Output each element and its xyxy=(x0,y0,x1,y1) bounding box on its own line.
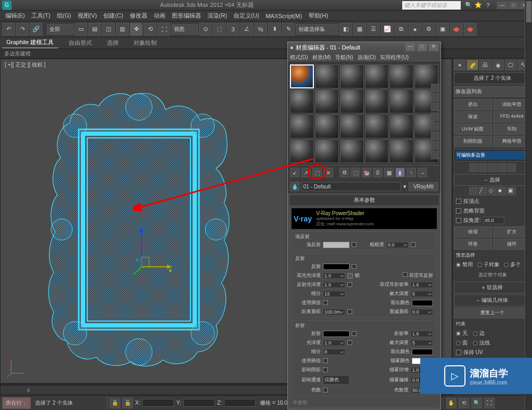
link-button[interactable]: 🔗 xyxy=(30,23,43,36)
mat-nav-parent-button[interactable]: ↑ xyxy=(406,168,416,177)
nav-pan-button[interactable]: ✋ xyxy=(446,398,456,408)
mat-pick-button[interactable]: 💧 xyxy=(290,182,300,191)
subobj-element-icon[interactable]: ▣ xyxy=(508,187,516,195)
cb-dispersion[interactable] xyxy=(323,388,328,392)
menu-tools[interactable]: 工具(T) xyxy=(28,11,54,21)
reflect-subdiv-spinner[interactable]: 15 xyxy=(323,291,345,297)
fresnel-ior-spinner[interactable]: 1.6 xyxy=(411,282,433,288)
radio-constr-edge[interactable] xyxy=(473,331,478,336)
refract-ior-spinner[interactable]: 1.6 xyxy=(411,331,433,337)
nav-max-button[interactable]: ⛶ xyxy=(484,398,495,408)
scale-button[interactable]: ⛶ xyxy=(157,23,170,36)
material-type-button[interactable]: VRayMtl xyxy=(409,182,438,191)
curve-editor-button[interactable]: 📈 xyxy=(381,23,394,36)
mat-menu-material[interactable]: 材质(M) xyxy=(312,54,331,61)
percent-snap-button[interactable]: % xyxy=(254,23,267,36)
menu-create[interactable]: 创建(C) xyxy=(100,11,126,21)
manipulate-button[interactable]: ⬚ xyxy=(213,23,226,36)
radio-constr-face[interactable] xyxy=(456,341,461,346)
render-frame-button[interactable]: ▣ xyxy=(436,23,449,36)
rollout-soft-sel[interactable]: +软选择 xyxy=(454,282,531,293)
move-button[interactable]: ✥ xyxy=(130,23,143,36)
mat-options-icon[interactable] xyxy=(431,132,439,140)
z-input[interactable] xyxy=(224,399,256,407)
material-slot[interactable] xyxy=(315,89,339,113)
lock-selection-icon[interactable]: 🔒 xyxy=(110,398,120,408)
y-input[interactable] xyxy=(183,399,215,407)
dim-distance-spinner[interactable]: 100.0m xyxy=(323,309,345,315)
refract-subdiv-spinner[interactable]: 8 xyxy=(323,349,345,355)
reflect-gloss-spinner[interactable]: 1.0 xyxy=(323,282,345,288)
menu-modifiers[interactable]: 修改器 xyxy=(127,11,151,21)
mat-showmap-button[interactable]: ▦ xyxy=(384,168,394,177)
diffuse-map-button[interactable] xyxy=(352,242,356,247)
select-button[interactable]: ▭ xyxy=(74,23,87,36)
subobj-border-icon[interactable]: ◇ xyxy=(488,187,497,195)
move-gizmo[interactable]: x z xyxy=(131,224,173,277)
select-name-button[interactable]: ▤ xyxy=(88,23,101,36)
mat-select-icon[interactable] xyxy=(431,141,439,150)
subobj-vertex-icon[interactable]: · xyxy=(469,187,478,195)
star-icon[interactable]: ⭐ xyxy=(475,2,482,9)
material-slot[interactable] xyxy=(389,89,413,113)
mat-menu-opts[interactable]: 选项(O) xyxy=(358,54,376,61)
help-icon[interactable]: ? xyxy=(484,2,492,9)
menu-animation[interactable]: 动画 xyxy=(151,11,169,21)
menu-views[interactable]: 视图(V) xyxy=(74,11,101,21)
redo-button[interactable]: ↷ xyxy=(16,23,29,36)
diffuse-color-swatch[interactable] xyxy=(323,242,350,248)
dim-falloff-spinner[interactable]: 0.0 xyxy=(411,309,433,315)
selection-filter-dropdown[interactable]: 全部 xyxy=(47,24,73,35)
btn-noise[interactable]: 噪波 xyxy=(454,111,492,122)
menu-edit[interactable]: 编辑(E) xyxy=(2,11,28,21)
cb-reflect-interp[interactable] xyxy=(323,300,328,305)
subobj-poly-icon[interactable]: ■ xyxy=(498,187,506,195)
render-prod-button[interactable]: 🫖 xyxy=(464,23,477,36)
cb-by-angle[interactable] xyxy=(456,218,461,223)
material-name-dropdown-icon[interactable]: ▾ xyxy=(403,183,406,190)
mat-maximize-button[interactable]: □ xyxy=(417,44,427,51)
radio-preview-multi[interactable] xyxy=(504,263,509,267)
cb-ignore-backface[interactable] xyxy=(456,208,461,214)
stack-unique-icon[interactable] xyxy=(488,163,497,172)
mat-backlight-icon[interactable] xyxy=(431,93,439,102)
material-editor-titlebar[interactable]: ● 材质编辑器 - 01 - Default — □ ✕ xyxy=(288,42,440,53)
subobj-edge-icon[interactable]: ╱ xyxy=(479,187,487,195)
named-selection-dropdown[interactable]: 创建选择集 xyxy=(296,24,338,35)
btn-extrude[interactable]: 挤出 xyxy=(454,99,492,110)
layers-button[interactable]: ☰ xyxy=(367,23,380,36)
rough-map-button[interactable] xyxy=(411,242,415,247)
reflect-color-swatch[interactable] xyxy=(323,264,350,270)
align-button[interactable]: ▦ xyxy=(353,23,366,36)
rollout-selection[interactable]: −选择 xyxy=(454,174,531,186)
refract-depth-spinner[interactable]: 5 xyxy=(411,340,433,346)
btn-ring[interactable]: 环形 xyxy=(454,239,492,250)
angle-snap-button[interactable]: ∠ xyxy=(240,23,253,36)
mat-put-button[interactable]: ↗ xyxy=(301,168,311,177)
material-slot[interactable] xyxy=(340,89,364,113)
mat-sample-uv-icon[interactable] xyxy=(431,112,439,121)
radio-constr-none[interactable] xyxy=(456,331,461,336)
mat-unique-button[interactable]: ⬚ xyxy=(351,168,360,177)
lock-icon-2[interactable]: 🔓 xyxy=(122,398,133,408)
cmd-tab-modify[interactable]: 🌈 xyxy=(467,60,478,70)
mat-reset-button[interactable]: ✕ xyxy=(323,168,333,177)
material-slot[interactable] xyxy=(315,114,339,138)
rgloss-map-button[interactable] xyxy=(347,282,352,287)
radio-preview-subobj[interactable] xyxy=(477,263,482,267)
material-editor-button[interactable]: ● xyxy=(409,23,421,36)
reflect-map-button[interactable] xyxy=(352,264,356,269)
mat-video-icon[interactable] xyxy=(431,122,439,130)
x-input[interactable] xyxy=(142,399,174,407)
material-slot[interactable] xyxy=(389,140,413,163)
material-slot[interactable] xyxy=(365,64,389,88)
refract-map-button[interactable] xyxy=(352,331,356,336)
cmd-tab-motion[interactable]: ◉ xyxy=(492,60,504,70)
menu-maxscript[interactable]: MAXScript(M) xyxy=(262,12,305,20)
window-crossing-button[interactable]: ▥ xyxy=(116,23,129,36)
material-slot[interactable] xyxy=(290,89,314,113)
modifier-stack[interactable]: 可编辑多边形 xyxy=(454,149,531,161)
ribbon-tab-objpaint[interactable]: 对象绘制 xyxy=(129,38,161,48)
spinner-snap-button[interactable]: ⬍ xyxy=(268,23,281,36)
refract-gloss-map-button[interactable] xyxy=(347,340,352,345)
